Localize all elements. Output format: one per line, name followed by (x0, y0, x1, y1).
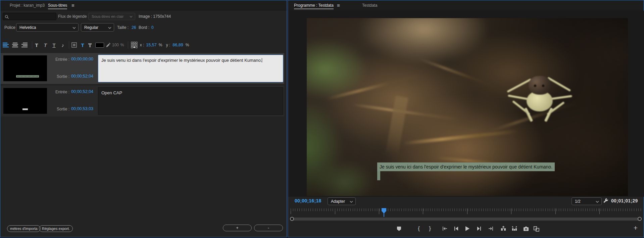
current-timecode[interactable]: 00;00;16;18 (295, 198, 321, 203)
playback-resolution-dropdown[interactable]: 1/2 (572, 197, 602, 205)
video-subtitle-overlay[interactable]: Je suis venu ici dans l'espoir d'exprime… (377, 162, 555, 171)
italic-button[interactable]: T (41, 40, 49, 50)
active-tab-underline (48, 8, 67, 10)
bold-glyph: T (35, 42, 38, 48)
align-right-icon[interactable] (20, 40, 29, 50)
zoom-fit-dropdown[interactable]: Adapter (328, 197, 356, 205)
caption-thumbnail[interactable] (3, 88, 47, 114)
align-left-icon[interactable] (2, 40, 10, 50)
caption-stream-value: Sous-titres en clair (92, 14, 123, 18)
scrollbar-right-handle[interactable] (638, 217, 642, 221)
thumbnail-subtitle-bar (16, 75, 39, 78)
program-monitor-area: Je suis venu ici dans l'espoir d'exprime… (288, 11, 644, 197)
text-fill-button[interactable]: T (79, 40, 86, 50)
mark-in-button[interactable]: { (415, 225, 423, 233)
video-subtitle-cursor-block (377, 171, 380, 180)
opacity-value[interactable]: 100 (111, 40, 120, 50)
remove-caption-button[interactable]: - (254, 225, 283, 231)
x-percent: % (158, 40, 163, 50)
mark-out-button[interactable]: } (426, 225, 434, 233)
caption-text-editor[interactable]: Je suis venu ici dans l'espoir d'exprime… (98, 55, 283, 82)
step-back-button[interactable] (452, 225, 460, 233)
video-frame[interactable]: Je suis venu ici dans l'espoir d'exprime… (307, 18, 628, 196)
edge-value[interactable]: 0 (151, 25, 154, 30)
play-button[interactable] (463, 225, 471, 233)
caption-search-box[interactable] (3, 13, 56, 20)
position-grid-icon[interactable] (130, 40, 139, 50)
tab-testdata[interactable]: Testdata (362, 0, 377, 10)
captions-panel: Projet : karan_imp3 Sous-titres ≡ Flux d… (0, 0, 287, 237)
align-center-icon[interactable] (11, 40, 19, 50)
extract-button[interactable] (510, 225, 518, 233)
caption-text-editor[interactable]: Open CAP (98, 87, 283, 115)
font-size-value[interactable]: 26 (132, 25, 136, 30)
lift-button[interactable] (499, 225, 507, 233)
in-time-value[interactable]: 00;00;52;04 (71, 89, 93, 94)
x-position-value[interactable]: 15,57 (145, 40, 157, 50)
caption-format-toolbar: T T T ♪ T T (0, 40, 287, 50)
text-fill-glyph: T (81, 42, 84, 48)
y-percent: % (185, 40, 190, 50)
bold-button[interactable]: T (33, 40, 41, 50)
zoom-fit-value: Adapter (331, 199, 345, 204)
import-settings-button[interactable]: mètres d'importa (7, 225, 41, 232)
in-time-value[interactable]: 00;00;00;00 (71, 57, 93, 61)
transport-controls: { } (288, 223, 644, 236)
image-size-info: Image : 1750x744 (139, 14, 171, 19)
scrollbar-left-handle[interactable] (290, 217, 294, 221)
comparison-view-icon[interactable] (532, 225, 540, 233)
font-style-dropdown[interactable]: Regular (81, 23, 114, 32)
y-position-value[interactable]: 86,89 (171, 40, 184, 50)
tab-captions-label: Sous-titres (48, 3, 67, 8)
premiere-window: Projet : karan_imp3 Sous-titres ≡ Flux d… (0, 0, 644, 238)
search-input[interactable] (11, 13, 55, 19)
active-tab-underline (294, 8, 334, 10)
program-monitor-panel: Programme : Testdata ≡ Testdata (288, 0, 644, 237)
out-time-value[interactable]: 00;00;53;03 (71, 106, 93, 111)
panel-menu-icon[interactable]: ≡ (337, 0, 340, 10)
eyedropper-icon[interactable] (104, 40, 112, 50)
text-cursor (262, 58, 262, 62)
caption-stream-dropdown[interactable]: Sous-titres en clair (88, 13, 135, 20)
caption-row-2[interactable]: Entrée : 00;00;52;04 Sortie : 00;00;53;0… (1, 86, 284, 116)
background-fill-icon[interactable] (70, 40, 78, 50)
caption-text: Open CAP (101, 90, 122, 95)
button-editor-plus[interactable]: + (632, 224, 640, 232)
go-to-out-button[interactable] (487, 225, 495, 233)
timeline-scrollbar[interactable] (291, 218, 641, 221)
captions-panel-header: Projet : karan_imp3 Sous-titres ≡ (0, 0, 287, 10)
tab-program-label: Programme : Testdata (294, 3, 334, 8)
color-swatch[interactable] (94, 40, 105, 50)
font-family-dropdown[interactable]: Helvetica (16, 23, 79, 32)
opacity-percent: % (120, 40, 125, 50)
in-time-label: Entrée : (49, 57, 69, 62)
export-settings-button[interactable]: Réglages export. (39, 225, 73, 232)
caption-thumbnail[interactable] (3, 55, 47, 81)
go-to-in-button[interactable] (441, 225, 449, 233)
duration-timecode: 00;01;01;29 (611, 198, 638, 203)
search-icon (5, 14, 9, 20)
tab-program[interactable]: Programme : Testdata (294, 0, 334, 10)
music-note-icon[interactable]: ♪ (59, 40, 67, 50)
chevron-down-icon (130, 14, 133, 19)
toolbar-divider (69, 41, 69, 49)
underline-button[interactable]: T (50, 40, 58, 50)
caption-row-1[interactable]: Entrée : 00;00;00;00 Sortie : 00;00;52;0… (1, 53, 284, 84)
panel-menu-icon[interactable]: ≡ (71, 0, 75, 10)
wrench-settings-icon[interactable] (603, 198, 609, 205)
in-time-label: Entrée : (49, 90, 69, 94)
add-marker-button[interactable] (395, 225, 403, 233)
tab-captions[interactable]: Sous-titres (48, 0, 67, 10)
add-caption-button[interactable]: + (223, 225, 252, 231)
playhead-stem (384, 213, 384, 217)
chevron-down-icon (72, 25, 76, 30)
text-edge-button[interactable]: T (86, 40, 94, 50)
x-position-label: x : (139, 40, 145, 50)
caption-stream-label: Flux de légende : (58, 14, 89, 19)
ruler-minor-ticks (291, 208, 642, 211)
export-frame-camera-icon[interactable] (522, 225, 530, 233)
step-forward-button[interactable] (475, 225, 483, 233)
tab-project[interactable]: Projet : karan_imp3 (10, 0, 45, 10)
monitor-timeline-ruler[interactable] (291, 208, 642, 217)
out-time-value[interactable]: 00;00;52;04 (71, 74, 93, 79)
